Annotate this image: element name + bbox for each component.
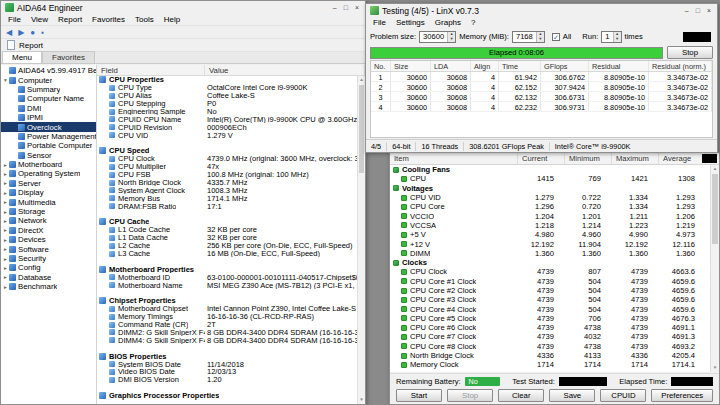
menu-settings[interactable]: Settings [391, 18, 430, 27]
maximize-button-icon[interactable]: □ [344, 3, 348, 12]
results-col-residual-norm[interactable]: Residual (norm.) [649, 61, 712, 71]
list-row[interactable]: CPU Multiplier47x [97, 163, 357, 171]
menu-graphs[interactable]: Graphs [430, 18, 466, 27]
spin-down-icon[interactable]: ▼ [614, 37, 621, 42]
stop-button[interactable]: Stop [447, 389, 493, 402]
tree-item-ipmi[interactable]: IPMI [1, 113, 96, 122]
list-row[interactable]: CPUID CPU NameIntel(R) Core(TM) i9-9900K… [97, 115, 357, 123]
sensor-row[interactable]: CPU141576914211308 [390, 174, 710, 183]
list-row[interactable]: CPU Clock4739.0 MHz (original: 3600 MHz,… [97, 155, 357, 163]
group-header-row[interactable]: CPU Speed [97, 147, 357, 155]
tree-item-dmi[interactable]: DMI [1, 104, 96, 113]
scrollbar-thumb[interactable] [359, 85, 364, 173]
tree-item-directx[interactable]: ▸DirectX [1, 226, 96, 235]
tree-item-network[interactable]: ▸Network [1, 216, 96, 225]
list-row[interactable]: L2 Cache256 KB per core (On-Die, ECC, Fu… [97, 242, 357, 250]
list-row[interactable]: CPU FSB100.8 MHz (original: 100 MHz) [97, 171, 357, 179]
sensor-col-average[interactable]: Average [659, 153, 706, 164]
vertical-scrollbar[interactable]: ▲ ▼ [710, 165, 719, 372]
start-button[interactable]: Start [396, 389, 442, 402]
tree-item-storage[interactable]: ▸Storage [1, 207, 96, 216]
list-row[interactable]: System Agent Clock1008.3 MHz [97, 186, 357, 194]
list-row[interactable]: Engineering SampleNo [97, 108, 357, 116]
tab-menu[interactable]: Menu [2, 51, 42, 63]
group-header-row[interactable]: BIOS Properties [97, 352, 357, 360]
tree-item-aida64-v5-99-4917-beta[interactable]: AIDA64 v5.99.4917 Beta [1, 66, 96, 75]
sensor-group-row[interactable]: Clocks [390, 258, 710, 267]
list-row[interactable]: Memory Bus1714.1 MHz [97, 194, 357, 202]
sensor-row[interactable]: CPU Core #7 Clock4739403247394691.3 [390, 332, 710, 341]
list-row[interactable]: DIMM2: G Skill SniperX F4-3400C16-8GSXW8… [97, 329, 357, 337]
menu-favorites[interactable]: Favorites [87, 15, 130, 24]
list-row[interactable]: Memory Timings16-16-16-36 (CL-RCD-RP-RAS… [97, 313, 357, 321]
sensor-row[interactable]: +12 V12.19211.90412.19212.116 [390, 239, 710, 248]
group-header-row[interactable]: Graphics Processor Properties [97, 392, 357, 400]
sensor-row[interactable]: DIMM1.3601.3601.3601.360 [390, 249, 710, 258]
results-col-residual[interactable]: Residual [589, 61, 649, 71]
toolbar-icon-3[interactable]: ▪ [41, 26, 44, 39]
list-row[interactable]: Motherboard ID63-0100-000001-00101111-04… [97, 273, 357, 281]
sensor-row[interactable]: CPU Core #5 Clock473970647394676.3 [390, 314, 710, 323]
minimize-button-icon[interactable]: – [685, 6, 689, 15]
list-row[interactable]: L1 Data Cache32 KB per core [97, 234, 357, 242]
tree-item-devices[interactable]: ▸Devices [1, 235, 96, 244]
sensor-row[interactable]: +5 V4.9804.9604.9904.973 [390, 230, 710, 239]
close-button-icon[interactable]: × [355, 3, 359, 12]
toolbar-icon-0[interactable]: ◀ [6, 26, 12, 39]
list-row[interactable]: System BIOS Date11/14/2018 [97, 360, 357, 368]
tree-item-software[interactable]: ▸Software [1, 244, 96, 253]
sensor-row[interactable]: CPU Core #2 Clock473950447394659.6 [390, 286, 710, 295]
scrollbar-thumb[interactable] [712, 174, 718, 244]
tree-item-server[interactable]: ▸Server [1, 179, 96, 188]
column-header-field[interactable]: Field [97, 65, 205, 75]
vertical-scrollbar[interactable]: ▲ ▼ [357, 76, 365, 404]
scroll-down-icon[interactable]: ▼ [358, 396, 365, 404]
sensor-row[interactable]: VCCSA1.2181.2141.2231.219 [390, 221, 710, 230]
sensor-row[interactable]: CPU Core #3 Clock473950447394659.6 [390, 295, 710, 304]
menu-file[interactable]: File [3, 15, 26, 24]
spinner[interactable]: ▲▼ [536, 32, 544, 42]
tree-item-motherboard[interactable]: ▸Motherboard [1, 160, 96, 169]
spin-down-icon[interactable]: ▼ [537, 37, 544, 42]
run-count-input[interactable]: 1 ▲▼ [601, 31, 621, 43]
sensor-row[interactable]: CPU Core #1 Clock473950447394659.6 [390, 277, 710, 286]
scroll-up-icon[interactable]: ▲ [711, 165, 719, 173]
group-header-row[interactable]: CPU Cache [97, 218, 357, 226]
tree-item-display[interactable]: ▸Display [1, 188, 96, 197]
sensor-row[interactable]: CPU Core #6 Clock4739473847394691.1 [390, 323, 710, 332]
linx-titlebar[interactable]: Testing (4/5) - LinX v0.7.3 –□× [366, 4, 717, 17]
list-row[interactable]: Video BIOS Date12/03/13 [97, 368, 357, 376]
column-header-value[interactable]: Value [205, 65, 365, 75]
sensor-row[interactable]: North Bridge Clock4336413343364205.4 [390, 351, 710, 360]
menu-report[interactable]: Report [53, 15, 87, 24]
maximize-button-icon[interactable]: □ [696, 6, 700, 15]
sensor-row[interactable]: VCCIO1.2041.2011.2111.206 [390, 211, 710, 220]
tree-item-config[interactable]: ▸Config [1, 263, 96, 272]
list-row[interactable]: North Bridge Clock4335.7 MHz [97, 179, 357, 187]
sensor-row[interactable]: CPU Core #4 Clock473950447394659.6 [390, 304, 710, 313]
scroll-down-icon[interactable]: ▼ [711, 364, 719, 372]
tree-item-overclock[interactable]: Overclock [1, 122, 96, 131]
report-button[interactable]: Report [19, 41, 43, 50]
tree-item-database[interactable]: ▸Database [1, 273, 96, 282]
toolbar-icon-2[interactable]: ● [30, 26, 35, 39]
group-header-row[interactable]: CPU Properties [97, 76, 357, 84]
list-row[interactable]: CPU SteppingP0 [97, 100, 357, 108]
preferences-button[interactable]: Preferences [651, 389, 713, 402]
menu-tools[interactable]: Tools [130, 15, 159, 24]
results-col-size[interactable]: Size [391, 61, 431, 71]
minimize-button-icon[interactable]: – [333, 3, 337, 12]
group-header-row[interactable]: Chipset Properties [97, 297, 357, 305]
cpuid-button[interactable]: CPUID [600, 389, 646, 402]
list-row[interactable]: Motherboard ChipsetIntel Cannon Point Z3… [97, 305, 357, 313]
tree-item-computer[interactable]: ▾Computer [1, 75, 96, 84]
list-row[interactable]: DMI BIOS Version1.20 [97, 376, 357, 384]
results-col-gflops[interactable]: GFlops [541, 61, 589, 71]
results-col-no[interactable]: No. [371, 61, 391, 71]
clear-button[interactable]: Clear [498, 389, 544, 402]
results-col-lda[interactable]: LDA [431, 61, 471, 71]
save-button[interactable]: Save [549, 389, 595, 402]
list-row[interactable]: L3 Cache16 MB (On-Die, ECC, Full-Speed) [97, 250, 357, 258]
sensor-col-current[interactable]: Current [518, 153, 565, 164]
tree-item-power-management[interactable]: Power Management [1, 132, 96, 141]
